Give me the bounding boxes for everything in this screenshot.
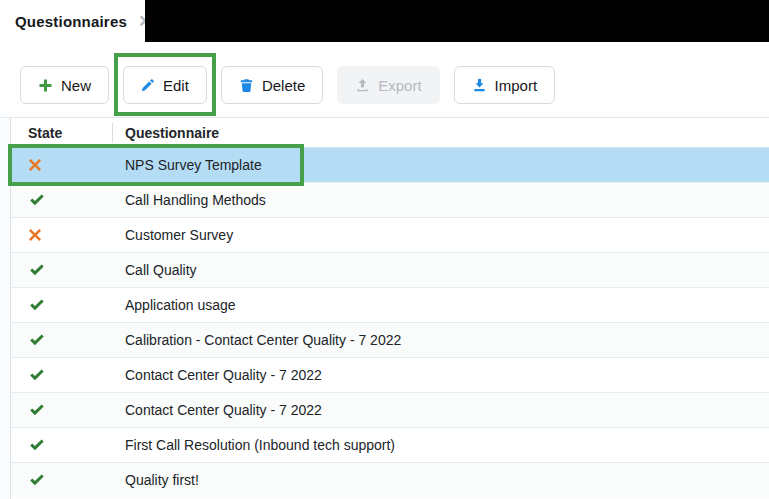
fail-icon	[11, 228, 113, 242]
questionnaire-name: Call Quality	[113, 262, 197, 278]
table-body: NPS Survey TemplateCall Handling Methods…	[0, 147, 769, 497]
left-gutter	[0, 118, 11, 499]
table-row[interactable]: Call Handling Methods	[11, 182, 769, 217]
questionnaires-panel: Questionnaires ✕ New Edit Dele	[0, 0, 769, 499]
table-row[interactable]: Customer Survey	[11, 217, 769, 252]
new-button-label: New	[61, 77, 91, 94]
import-button[interactable]: Import	[454, 66, 556, 104]
questionnaire-name: Customer Survey	[113, 227, 233, 243]
delete-button-label: Delete	[262, 77, 305, 94]
new-button[interactable]: New	[20, 66, 109, 104]
upload-icon	[355, 78, 370, 93]
questionnaire-name: Application usage	[113, 297, 236, 313]
import-button-label: Import	[495, 77, 538, 94]
download-icon	[472, 78, 487, 93]
toolbar: New Edit Delete Export	[0, 42, 769, 117]
pencil-icon	[141, 78, 155, 92]
questionnaire-name: Quality first!	[113, 472, 199, 488]
questionnaire-name: Call Handling Methods	[113, 192, 266, 208]
questionnaire-name: First Call Resolution (Inbound tech supp…	[113, 437, 395, 453]
export-button[interactable]: Export	[337, 66, 439, 104]
pass-icon	[11, 332, 113, 348]
questionnaire-name: Contact Center Quality - 7 2022	[113, 402, 322, 418]
questionnaire-name: NPS Survey Template	[113, 157, 262, 173]
table-row[interactable]: Call Quality	[11, 252, 769, 287]
delete-button[interactable]: Delete	[221, 66, 323, 104]
tab-label: Questionnaires	[15, 13, 127, 30]
table-row[interactable]: Application usage	[11, 287, 769, 322]
table-row[interactable]: Calibration - Contact Center Quality - 7…	[11, 322, 769, 357]
tab-bar: Questionnaires ✕	[0, 0, 769, 42]
pass-icon	[11, 437, 113, 453]
table-row[interactable]: Quality first!	[11, 462, 769, 497]
pass-icon	[11, 262, 113, 278]
redacted-black-bar	[145, 0, 769, 42]
pass-icon	[11, 402, 113, 418]
table-row[interactable]: Contact Center Quality - 7 2022	[11, 357, 769, 392]
pass-icon	[11, 367, 113, 383]
edit-button-label: Edit	[163, 77, 189, 94]
questionnaire-name: Calibration - Contact Center Quality - 7…	[113, 332, 401, 348]
table-row[interactable]: Contact Center Quality - 7 2022	[11, 392, 769, 427]
table-header: State Questionnaire	[11, 118, 769, 147]
table-row[interactable]: NPS Survey Template	[11, 147, 769, 182]
column-header-questionnaire: Questionnaire	[113, 125, 219, 141]
pass-icon	[11, 297, 113, 313]
questionnaire-name: Contact Center Quality - 7 2022	[113, 367, 322, 383]
column-header-state: State	[11, 123, 113, 143]
pass-icon	[11, 192, 113, 208]
table-row[interactable]: First Call Resolution (Inbound tech supp…	[11, 427, 769, 462]
trash-icon	[239, 78, 254, 93]
tab-questionnaires[interactable]: Questionnaires ✕	[15, 0, 152, 42]
questionnaires-table: State Questionnaire NPS Survey TemplateC…	[0, 117, 769, 499]
edit-button[interactable]: Edit	[123, 66, 207, 104]
export-button-label: Export	[378, 77, 421, 94]
pass-icon	[11, 472, 113, 488]
fail-icon	[11, 158, 113, 172]
plus-icon	[38, 78, 53, 93]
